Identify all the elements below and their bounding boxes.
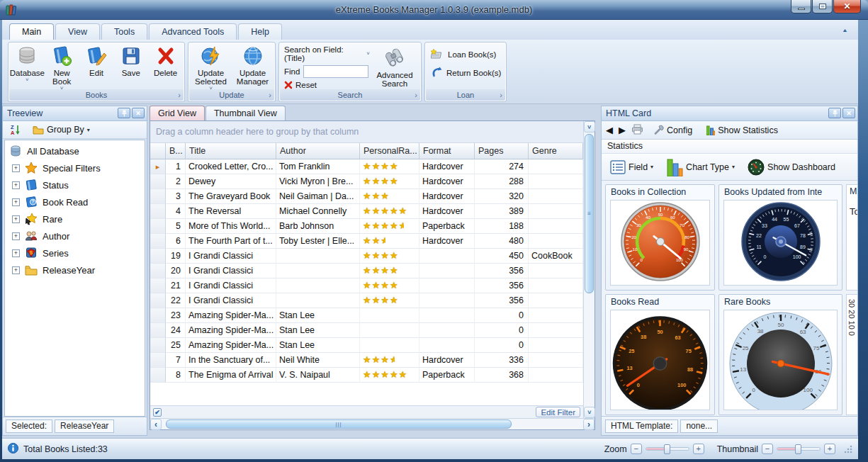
- vertical-scrollbar[interactable]: [583, 121, 594, 418]
- sort-az-button[interactable]: ZA: [6, 122, 26, 137]
- reset-button[interactable]: Reset: [284, 81, 370, 89]
- column-header-b[interactable]: B...: [166, 143, 186, 159]
- resize-grip[interactable]: [843, 444, 852, 453]
- panel-close-icon[interactable]: [842, 108, 855, 118]
- tree-item-special-filters[interactable]: Special Filters: [5, 159, 145, 176]
- save-button[interactable]: Save: [114, 45, 148, 91]
- tree-item-author[interactable]: Author: [5, 227, 145, 244]
- table-row[interactable]: 5More of This World...Barb Johnson★★★★★P…: [150, 219, 583, 234]
- expand-plus-icon[interactable]: [12, 215, 20, 223]
- expand-plus-icon[interactable]: [12, 198, 20, 206]
- tab-thumbnail-view[interactable]: Thumbnail View: [205, 106, 286, 120]
- tree-item-rare[interactable]: Rare: [5, 210, 145, 227]
- table-row[interactable]: ▸1Crooked Letter, Cro...Tom Franklin★★★★…: [150, 159, 583, 174]
- scroll-left-icon[interactable]: [150, 419, 162, 430]
- thumbnail-out-button[interactable]: [762, 444, 773, 454]
- pin-icon[interactable]: [118, 108, 130, 118]
- column-header-personalra[interactable]: PersonalRa...: [360, 143, 419, 159]
- expand-plus-icon[interactable]: [12, 164, 20, 172]
- column-header-author[interactable]: Author: [276, 143, 360, 159]
- table-row[interactable]: 6The Fourth Part of t...Toby Lester | El…: [150, 234, 583, 249]
- tree-item-book-read[interactable]: ?Book Read: [5, 193, 145, 210]
- show-statistics-button[interactable]: Show Statistics: [702, 123, 782, 137]
- show-dashboard-button[interactable]: Show Dashboard: [743, 157, 840, 178]
- table-row[interactable]: 3The Graveyard BookNeil Gaiman | Da...★★…: [150, 189, 583, 204]
- horizontal-scrollbar[interactable]: [150, 418, 594, 429]
- loan-books-button[interactable]: Loan Book(s): [431, 48, 506, 61]
- find-input[interactable]: [303, 65, 368, 78]
- thumbnail-in-button[interactable]: [824, 444, 835, 454]
- column-header-genre[interactable]: Genre: [529, 143, 583, 159]
- scroll-up-icon[interactable]: [584, 121, 595, 133]
- zoom-slider[interactable]: [646, 447, 689, 451]
- group-expand-icon[interactable]: [178, 89, 181, 101]
- tab-help[interactable]: Help: [238, 23, 282, 40]
- maximize-button[interactable]: [812, 0, 833, 13]
- table-row[interactable]: 24Amazing Spider-Ma...Stan Lee0: [150, 323, 583, 338]
- thumbnail-slider[interactable]: [777, 447, 821, 451]
- table-row[interactable]: 7In the Sanctuary of...Neil White★★★★Har…: [150, 353, 583, 368]
- expand-plus-icon[interactable]: [12, 232, 20, 240]
- filter-checkbox[interactable]: [153, 408, 162, 417]
- search-on-field-button[interactable]: Search on Field: (Title): [284, 45, 364, 62]
- scroll-right-icon[interactable]: [583, 419, 594, 430]
- tab-view[interactable]: View: [55, 23, 100, 40]
- edit-filter-button[interactable]: Edit Filter: [536, 407, 580, 417]
- table-row[interactable]: 4The ReversalMichael Connelly★★★★★Hardco…: [150, 204, 583, 219]
- horizontal-scroll-thumb[interactable]: [166, 419, 512, 429]
- expand-plus-icon[interactable]: [12, 249, 20, 257]
- table-row[interactable]: 23Amazing Spider-Ma...Stan Lee0: [150, 308, 583, 323]
- advanced-search-button[interactable]: Advanced Search: [373, 47, 417, 88]
- update-manager-button[interactable]: Update Manager: [232, 45, 274, 91]
- table-row[interactable]: 2DeweyVicki Myron | Bre...★★★★Hardcover2…: [150, 174, 583, 189]
- minimize-button[interactable]: [791, 0, 811, 13]
- table-row[interactable]: 20I Grandi Classici★★★★356: [150, 264, 583, 278]
- table-row[interactable]: 22I Grandi Classici★★★★356: [150, 293, 583, 308]
- ribbon-collapse-icon[interactable]: [842, 27, 848, 34]
- tab-main[interactable]: Main: [9, 23, 54, 40]
- zoom-in-button[interactable]: [693, 444, 704, 454]
- edit-button[interactable]: Edit: [79, 45, 113, 91]
- group-expand-icon[interactable]: [415, 89, 417, 101]
- zoom-slider-thumb[interactable]: [664, 444, 670, 454]
- table-row[interactable]: 21I Grandi Classici★★★★356: [150, 278, 583, 293]
- group-expand-icon[interactable]: [269, 89, 271, 101]
- print-icon[interactable]: [631, 124, 643, 137]
- tab-advanced-tools[interactable]: Advanced Tools: [149, 23, 237, 40]
- new-book-button[interactable]: New Book: [45, 45, 79, 91]
- back-button[interactable]: [606, 125, 613, 135]
- group-by-button[interactable]: Group By▾: [28, 123, 94, 137]
- column-header-pages[interactable]: Pages: [475, 143, 529, 159]
- update-selected-button[interactable]: Update Selected: [191, 45, 232, 91]
- thumbnail-slider-thumb[interactable]: [795, 444, 801, 454]
- column-header-indicator[interactable]: [150, 143, 166, 159]
- tree-item-series[interactable]: SSeries: [5, 244, 145, 261]
- column-header-title[interactable]: Title: [186, 143, 276, 159]
- pin-icon[interactable]: [828, 108, 841, 118]
- tree-item-all-database[interactable]: All Database: [5, 142, 145, 159]
- delete-button[interactable]: Delete: [149, 45, 183, 91]
- column-header-format[interactable]: Format: [419, 143, 475, 159]
- html-template-value[interactable]: none...: [680, 419, 718, 433]
- tree-item-status[interactable]: Status: [5, 176, 145, 193]
- scroll-down-icon[interactable]: [584, 407, 595, 418]
- config-button[interactable]: Config: [649, 123, 697, 137]
- group-expand-icon[interactable]: [500, 89, 502, 101]
- vertical-scroll-thumb[interactable]: [585, 134, 594, 293]
- chart-type-button[interactable]: Chart Type▾: [662, 156, 739, 179]
- close-button[interactable]: [833, 0, 861, 13]
- forward-button[interactable]: [619, 125, 626, 135]
- table-row[interactable]: 19I Grandi Classici★★★★450CookBook: [150, 249, 583, 264]
- database-button[interactable]: Database: [10, 45, 44, 91]
- tab-tools[interactable]: Tools: [101, 23, 147, 40]
- tab-grid-view[interactable]: Grid View: [150, 106, 205, 120]
- return-books-button[interactable]: Return Book(s): [431, 67, 506, 79]
- table-row[interactable]: 25Amazing Spider-Ma...Stan Lee0: [150, 338, 583, 353]
- zoom-out-button[interactable]: [631, 444, 642, 454]
- tree-item-releaseyear[interactable]: ReleaseYear: [5, 261, 145, 278]
- expand-plus-icon[interactable]: [12, 181, 20, 189]
- expand-plus-icon[interactable]: [12, 266, 20, 274]
- field-button[interactable]: Field▾: [606, 158, 658, 176]
- panel-close-icon[interactable]: [132, 108, 145, 118]
- table-row[interactable]: 8The Enigma of ArrivalV. S. Naipaul★★★★★…: [150, 368, 583, 383]
